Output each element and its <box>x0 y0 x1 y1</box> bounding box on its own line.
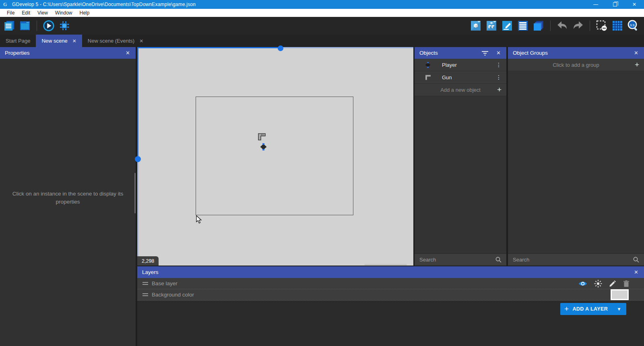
open-project-manager-button[interactable] <box>3 20 15 32</box>
add-layer-button-main[interactable]: + ADD A LAYER <box>560 305 612 313</box>
editor-tab-bar: Start Page New scene ✕ New scene (Events… <box>0 35 644 47</box>
add-group-row[interactable]: Click to add a group + <box>508 59 644 71</box>
undo-icon <box>556 21 568 31</box>
background-color-swatch[interactable] <box>611 289 629 300</box>
properties-panel-title: Properties <box>5 50 30 56</box>
objects-panel: Objects ✕ Player ⋮ <box>415 47 506 266</box>
tab-start-page[interactable]: Start Page <box>0 35 36 47</box>
gdevelop-logo-icon: G <box>3 2 9 7</box>
tab-close-icon[interactable]: ✕ <box>72 38 76 44</box>
plus-icon: + <box>564 305 569 313</box>
undo-button[interactable] <box>556 20 568 32</box>
close-icon[interactable]: ✕ <box>495 50 502 56</box>
add-new-object-row[interactable]: Add a new object + <box>415 84 506 96</box>
drag-handle-icon[interactable] <box>142 292 148 297</box>
mouse-cursor <box>196 215 202 224</box>
tab-label: New scene <box>41 38 67 44</box>
vertical-scroll-track <box>137 159 138 266</box>
debugger-icon <box>58 20 70 32</box>
toggle-instances-list-button[interactable] <box>517 20 529 32</box>
scene-window-bounds <box>196 97 353 215</box>
toggle-layers-panel-button[interactable] <box>533 20 545 32</box>
restore-button[interactable] <box>605 0 625 9</box>
close-icon[interactable]: ✕ <box>125 50 131 56</box>
tab-new-scene-events[interactable]: New scene (Events) ✕ <box>82 35 149 47</box>
zoom-original-button[interactable]: 1:1 <box>627 20 639 32</box>
add-layer-button[interactable]: + ADD A LAYER ▼ <box>560 303 626 315</box>
menu-view[interactable]: View <box>34 9 52 17</box>
bottom-scroll-thumb[interactable] <box>364 264 407 266</box>
toolbar-left-group <box>3 20 70 32</box>
properties-panel: Properties ✕ Click on an instance in the… <box>0 47 136 346</box>
horizontal-scroll-track <box>137 47 281 48</box>
debug-button[interactable] <box>58 20 70 32</box>
toggle-properties-panel-button[interactable] <box>501 20 513 32</box>
menu-window[interactable]: Window <box>52 9 76 17</box>
clear-selection-button[interactable] <box>596 20 608 32</box>
properties-scrollbar[interactable] <box>134 173 136 213</box>
layer-effects-icon[interactable] <box>594 280 602 288</box>
window-title: GDevelop 5 - C:\Users\Sparkle\OneDrive\D… <box>12 2 196 7</box>
add-group-label: Click to add a group <box>553 62 599 68</box>
menu-help[interactable]: Help <box>76 9 93 17</box>
horizontal-scroll-thumb[interactable] <box>278 45 283 51</box>
tab-label: Start Page <box>6 38 30 44</box>
plus-icon[interactable]: + <box>497 85 502 94</box>
drag-handle-icon[interactable] <box>142 281 148 286</box>
toggle-objects-panel-button[interactable] <box>470 20 482 32</box>
objects-panel-header: Objects ✕ <box>415 47 506 59</box>
object-row-player[interactable]: Player ⋮ <box>415 59 506 71</box>
menu-file[interactable]: File <box>3 9 18 17</box>
toolbar-divider <box>37 21 37 31</box>
start-page-button[interactable] <box>19 20 31 32</box>
vertical-scroll-thumb[interactable] <box>135 156 141 162</box>
deselect-icon <box>596 20 608 32</box>
groups-search-input[interactable] <box>513 257 633 263</box>
object-row-gun[interactable]: Gun ⋮ <box>415 71 506 84</box>
layer-row-base[interactable]: Base layer <box>137 278 644 289</box>
add-layer-dropdown-caret[interactable]: ▼ <box>612 307 626 311</box>
objects-search-input[interactable] <box>419 257 495 263</box>
plus-icon[interactable]: + <box>635 60 639 69</box>
layers-panel-header: Layers ✕ <box>137 266 644 278</box>
delete-layer-trash-icon[interactable] <box>623 280 630 287</box>
project-manager-icon <box>4 20 15 31</box>
object-name: Gun <box>442 74 452 80</box>
layer-actions <box>578 280 630 288</box>
tab-new-scene[interactable]: New scene ✕ <box>36 35 82 47</box>
edit-layer-pencil-icon[interactable] <box>609 280 616 287</box>
close-icon[interactable]: ✕ <box>633 50 639 56</box>
layer-row-background-color[interactable]: Background color <box>137 289 644 301</box>
search-icon <box>633 257 639 263</box>
minimize-button[interactable]: — <box>586 0 605 9</box>
window-controls: — ✕ <box>586 0 644 9</box>
play-preview-button[interactable] <box>43 20 55 32</box>
gun-instance[interactable] <box>258 133 266 140</box>
edit-properties-icon <box>502 20 513 31</box>
object-groups-panel: Object Groups ✕ Click to add a group + <box>508 47 644 266</box>
objects-panel-title: Objects <box>419 50 438 56</box>
object-groups-panel-header: Object Groups ✕ <box>508 47 644 59</box>
close-button[interactable]: ✕ <box>625 0 644 9</box>
layer-name: Background color <box>152 292 194 298</box>
object-menu-icon[interactable]: ⋮ <box>496 62 502 68</box>
filter-icon[interactable] <box>482 51 488 56</box>
toggle-object-groups-panel-button[interactable] <box>485 20 497 32</box>
player-instance[interactable] <box>260 143 266 150</box>
instances-list-icon <box>517 20 528 31</box>
objects-panel-icon <box>470 20 481 31</box>
redo-button[interactable] <box>572 20 584 32</box>
object-menu-icon[interactable]: ⋮ <box>496 74 502 80</box>
object-groups-panel-title: Object Groups <box>513 50 548 56</box>
properties-empty-message: Click on an instance in the scene to dis… <box>8 190 128 206</box>
scene-editor-canvas[interactable]: 2,298 <box>137 47 413 266</box>
menu-edit[interactable]: Edit <box>18 9 34 17</box>
toggle-grid-button[interactable] <box>611 20 623 32</box>
layers-panel: Layers ✕ Base layer <box>137 266 644 346</box>
restore-icon <box>613 2 617 6</box>
visibility-eye-icon[interactable] <box>578 280 587 287</box>
toolbar-divider <box>550 21 551 31</box>
tab-close-icon[interactable]: ✕ <box>139 38 143 44</box>
main-toolbar: 1:1 <box>0 17 644 35</box>
close-icon[interactable]: ✕ <box>633 269 639 275</box>
